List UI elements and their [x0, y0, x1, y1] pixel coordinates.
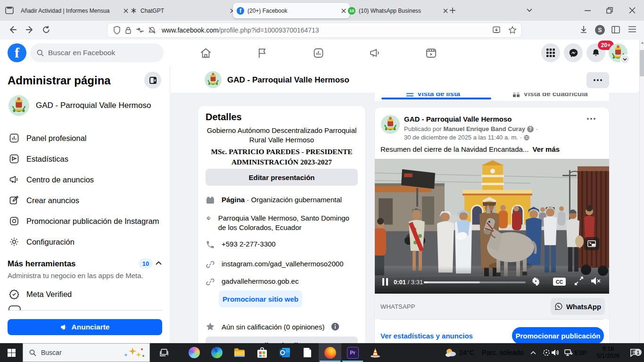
post-video[interactable]: 0:01 / 3:31 CC: [375, 159, 609, 294]
save-page-icon[interactable]: [492, 26, 501, 34]
sidebar-toggle-icon[interactable]: [611, 25, 620, 34]
taskbar-outlook-icon[interactable]: [273, 343, 296, 362]
nav-video-icon[interactable]: [425, 47, 438, 59]
video-settings-gear-icon[interactable]: [531, 277, 540, 286]
tab-informes[interactable]: Añadir Actividad | Informes Mensua: [17, 3, 132, 18]
whatsapp-button[interactable]: WhatsApp: [551, 298, 605, 315]
tray-volume-icon[interactable]: [549, 343, 562, 362]
tab-facebook-active[interactable]: f (20+) Facebook: [233, 3, 350, 18]
lock-icon[interactable]: [125, 26, 132, 34]
page-header-more-button[interactable]: [586, 72, 609, 88]
taskbar-premiere-icon[interactable]: Pr: [341, 343, 364, 362]
sidebar-item-estadisticas[interactable]: Estadísticas: [4, 148, 166, 169]
stats-link[interactable]: Ver estadísticas y anuncios: [380, 332, 473, 340]
taskbar-copilot-icon[interactable]: [183, 343, 206, 362]
bookmark-star-icon[interactable]: [508, 26, 517, 34]
shield-icon[interactable]: [113, 26, 121, 34]
video-progress-track[interactable]: [424, 281, 526, 283]
weather-icon[interactable]: [442, 343, 459, 362]
facebook-search[interactable]: Buscar en Facebook: [30, 43, 164, 62]
taskbar-firefox-icon-active[interactable]: [319, 343, 341, 362]
tab-whatsapp[interactable]: 10 (10) WhatsApp Business: [344, 3, 452, 18]
category-row: Página · Organización gubernamental: [206, 196, 342, 205]
promote-site-button[interactable]: Promocionar sitio web: [219, 290, 302, 307]
profile-chevron-icon[interactable]: [620, 54, 630, 64]
fullscreen-icon[interactable]: [575, 277, 583, 285]
help-icon[interactable]: ?: [527, 126, 534, 132]
taskbar-explorer-icon[interactable]: [228, 343, 251, 362]
sidebar-item-centro-anuncios[interactable]: Centro de anuncios: [4, 169, 166, 190]
window-minimize-icon[interactable]: [585, 10, 591, 11]
tray-language[interactable]: ESP: [573, 343, 588, 362]
scrollbar-track[interactable]: [639, 40, 644, 343]
task-view-button[interactable]: [154, 343, 174, 362]
tab-vista-de-lista[interactable]: Vista de lista: [375, 93, 492, 98]
tray-clock[interactable]: 9:16 5/1/2026: [592, 343, 624, 362]
scrollbar-up-icon[interactable]: [641, 41, 644, 44]
back-icon[interactable]: [8, 25, 18, 35]
scrollbar-thumb[interactable]: [640, 50, 644, 76]
tab-close-icon[interactable]: [443, 8, 448, 13]
nav-home-icon[interactable]: [199, 47, 212, 59]
nav-pages-flag-icon[interactable]: [256, 47, 269, 59]
post-author[interactable]: GAD - Parroquial Valle Hermoso: [404, 115, 512, 123]
edit-presentation-button[interactable]: Editar presentación: [206, 169, 358, 186]
weather-condition[interactable]: Parc. soleado: [482, 343, 524, 362]
volume-muted-icon[interactable]: [591, 277, 601, 285]
page-header-avatar[interactable]: [205, 71, 222, 88]
taskbar-store-icon[interactable]: [251, 343, 273, 362]
sidebar-page-item[interactable]: GAD - Parroquial Valle Hermoso: [4, 93, 166, 118]
post-date[interactable]: 30 de diciembre de 2025 a las 11:40 a. m…: [404, 134, 518, 141]
sidebar-item-panel-profesional[interactable]: Panel profesional: [4, 128, 166, 148]
reload-icon[interactable]: [41, 25, 51, 34]
sidebar-item-crear-anuncios[interactable]: Crear anuncios: [4, 190, 166, 211]
facebook-logo[interactable]: f: [8, 43, 26, 62]
start-button[interactable]: [0, 343, 23, 362]
sidebar-item-meta-verified[interactable]: Meta Verified: [4, 284, 166, 304]
extension-icon[interactable]: S: [595, 25, 605, 35]
new-tab-icon[interactable]: [449, 7, 456, 14]
website-link[interactable]: gadvallehermoso.gob.ec: [222, 277, 298, 285]
tab-chatgpt[interactable]: ChatGPT: [126, 3, 239, 18]
notifications-blocked-icon[interactable]: [148, 26, 156, 34]
window-close-icon[interactable]: [629, 7, 636, 14]
info-icon[interactable]: [331, 322, 339, 331]
instagram-link[interactable]: instagram.com/gad_vallehermoso2000: [222, 260, 343, 268]
sidebar-item-promocionar-instagram[interactable]: Promocionar publicación de Instagram: [4, 211, 166, 231]
list-tabs-icon[interactable]: [526, 8, 533, 12]
phone-text: +593 2-277-3300: [222, 240, 276, 248]
captions-button[interactable]: CC: [553, 278, 566, 286]
firefox-view-icon[interactable]: [5, 6, 14, 15]
nav-ads-megaphone-icon[interactable]: [369, 47, 381, 59]
messenger-icon[interactable]: [564, 43, 583, 62]
taskbar-document-icon[interactable]: [296, 343, 319, 362]
menu-hamburger-icon[interactable]: [628, 25, 636, 33]
post-avatar[interactable]: [381, 115, 400, 134]
collapse-sidebar-button[interactable]: [144, 72, 161, 89]
nav-insights-icon[interactable]: [312, 47, 325, 59]
taskbar-search-box[interactable]: Buscar: [23, 343, 150, 362]
rating-row: Aún sin calificación (0 opiniones): [206, 322, 339, 331]
facebook-favicon: f: [237, 7, 244, 15]
window-restore-icon[interactable]: [606, 7, 613, 14]
weather-temp[interactable]: 24°C: [459, 343, 474, 362]
tab-vista-de-cuadricula[interactable]: Vista de cuadrícula: [492, 93, 609, 98]
taskbar-vlc-icon[interactable]: [364, 343, 387, 362]
chatgpt-favicon: [130, 7, 137, 14]
promote-post-button[interactable]: Promocionar publicación: [512, 327, 604, 344]
see-more-link[interactable]: Ver más: [533, 145, 560, 153]
forward-icon[interactable]: [25, 25, 35, 35]
post-more-button[interactable]: [587, 118, 595, 120]
pause-button[interactable]: [382, 278, 388, 286]
url-bar[interactable]: www.facebook.com /profile.php?id=1000937…: [107, 23, 521, 37]
advertise-button[interactable]: Anunciarte: [8, 319, 162, 335]
permissions-icon[interactable]: [136, 27, 144, 33]
apps-grid-icon[interactable]: [541, 43, 560, 62]
chevron-up-icon[interactable]: [156, 261, 162, 265]
taskbar-edge-icon[interactable]: [206, 343, 228, 362]
notification-center-icon[interactable]: 1: [625, 343, 644, 362]
downloads-icon[interactable]: [579, 25, 588, 34]
tray-chevron-icon[interactable]: [527, 343, 539, 362]
sidebar-item-configuracion[interactable]: Configuración: [4, 231, 166, 252]
pip-button[interactable]: [584, 237, 599, 250]
